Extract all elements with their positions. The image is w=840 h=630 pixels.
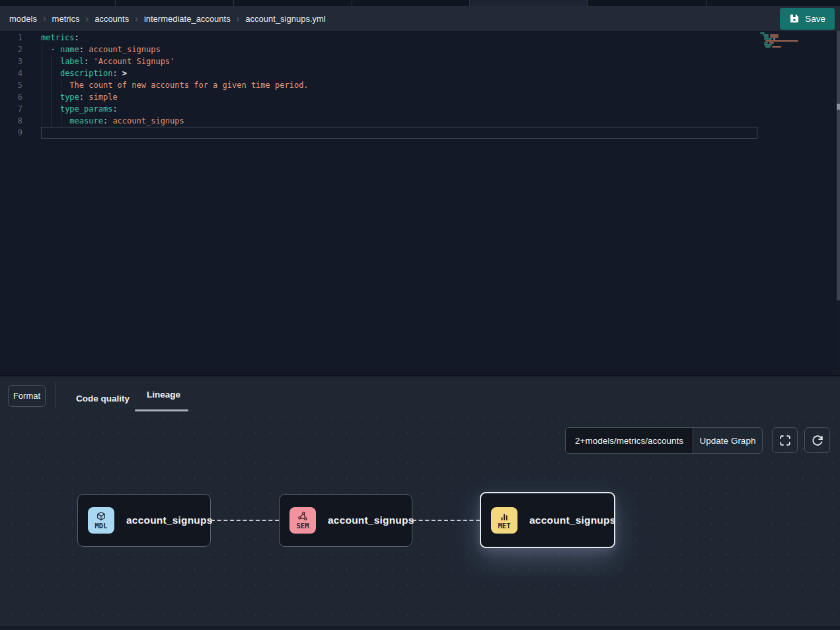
semantic-network-icon [297, 511, 308, 522]
yaml-punct: : [79, 45, 84, 54]
yaml-punct [41, 57, 60, 66]
fullscreen-button[interactable] [772, 427, 798, 453]
minimap-mark [765, 46, 771, 48]
tab-code-quality[interactable]: Code quality [76, 394, 130, 403]
code-line[interactable]: 4 description: > [0, 67, 840, 79]
breadcrumb-item-intermediate-accounts[interactable]: intermediate_accounts [144, 14, 231, 24]
line-number: 9 [0, 127, 29, 139]
code-line[interactable]: 8 measure: account_signups [0, 115, 840, 127]
line-number: 2 [0, 44, 29, 55]
yaml-punct: : [79, 92, 84, 102]
lineage-selector-input[interactable] [566, 428, 693, 453]
yaml-key: label [60, 57, 84, 66]
minimap-mark [773, 38, 775, 40]
yaml-punct: : [75, 33, 79, 42]
window-tab[interactable] [116, 0, 234, 6]
line-number: 5 [0, 79, 29, 91]
tab-lineage[interactable]: Lineage [147, 390, 180, 400]
breadcrumb-item-filename[interactable]: account_signups.yml [245, 14, 325, 24]
breadcrumb-item-models[interactable]: models [9, 14, 37, 24]
model-badge: MDL [88, 507, 114, 534]
semantic-model-badge: SEM [289, 507, 316, 534]
line-number: 7 [0, 103, 29, 115]
node-label: account_signups [126, 514, 212, 526]
minimap-mark [770, 34, 779, 36]
code-line[interactable]: 6 type: simple [0, 91, 840, 103]
semantic-model-badge-label: SEM [297, 522, 309, 530]
window-tab[interactable] [588, 0, 706, 6]
window-tab-active[interactable] [470, 0, 588, 6]
lineage-node-semantic-model[interactable]: SEM account_signups [279, 494, 412, 547]
minimap-mark [760, 32, 765, 34]
save-button[interactable]: Save [780, 8, 835, 30]
minimap[interactable] [760, 32, 801, 55]
minimap-mark [763, 34, 769, 36]
minimap-mark [764, 36, 769, 38]
line-number: 8 [0, 115, 29, 127]
format-button[interactable]: Format [8, 385, 46, 407]
minimap-mark [764, 38, 772, 40]
lineage-node-metric-selected[interactable]: MET account_signups [480, 492, 615, 548]
yaml-punct [41, 92, 60, 102]
minimap-mark [770, 36, 779, 38]
minimap-mark [772, 46, 781, 48]
save-button-label: Save [805, 14, 825, 24]
metric-badge: MET [491, 507, 517, 534]
active-tab-underline [135, 409, 188, 411]
node-label: account_signups [328, 514, 414, 526]
yaml-value: account_signups [84, 45, 161, 54]
breadcrumb-bar: models › metrics › accounts › intermedia… [0, 6, 840, 31]
save-floppy-icon [789, 13, 800, 24]
ide-window: models › metrics › accounts › intermedia… [0, 0, 840, 630]
breadcrumb-item-metrics[interactable]: metrics [52, 14, 80, 24]
minimap-mark [765, 40, 798, 42]
yaml-key: type [60, 92, 79, 102]
model-badge-label: MDL [95, 522, 108, 530]
tabbar-divider [56, 382, 56, 409]
chevron-right-icon: › [135, 14, 138, 23]
code-editor[interactable]: 1 metrics: 2 - name: account_signups 3 l… [0, 31, 840, 375]
window-tab[interactable] [234, 0, 352, 6]
metric-badge-label: MET [498, 522, 511, 530]
lineage-node-model[interactable]: MDL account_signups [77, 494, 211, 547]
yaml-key: metrics [41, 33, 75, 42]
code-line[interactable]: 9 [0, 127, 840, 139]
metric-bars-icon [499, 511, 510, 522]
yaml-key: description [60, 69, 112, 78]
code-line[interactable]: 2 - name: account_signups [0, 44, 840, 55]
window-tab[interactable] [706, 0, 840, 6]
breadcrumb-item-accounts[interactable]: accounts [95, 14, 129, 24]
update-graph-button[interactable]: Update Graph [693, 428, 762, 453]
scrollbar-track[interactable] [837, 31, 840, 300]
lineage-edge [211, 520, 279, 521]
refresh-graph-button[interactable] [804, 427, 830, 453]
yaml-key: type_params [60, 104, 112, 114]
window-tab[interactable] [0, 0, 116, 6]
code-line[interactable]: 5 The count of new accounts for a given … [0, 79, 840, 91]
line-number: 3 [0, 55, 29, 67]
yaml-punct: : [112, 104, 117, 114]
line-number: 1 [0, 32, 29, 44]
chevron-right-icon: › [43, 14, 46, 23]
line-number: 6 [0, 91, 29, 103]
window-tab-strip [0, 0, 840, 6]
code-line[interactable]: 3 label: 'Account Signups' [0, 55, 840, 67]
yaml-string: 'Account Signups' [89, 57, 174, 66]
yaml-block-scalar: > [118, 69, 127, 78]
code-lines: 1 metrics: 2 - name: account_signups 3 l… [0, 32, 840, 139]
yaml-value: simple [84, 92, 118, 102]
yaml-punct: - [41, 45, 60, 54]
chevron-right-icon: › [237, 14, 240, 23]
code-line[interactable]: 7 type_params: [0, 103, 840, 115]
breadcrumb: models › metrics › accounts › intermedia… [9, 14, 326, 24]
lineage-edge [412, 520, 480, 521]
editor-scrollbar[interactable] [837, 31, 840, 375]
window-tab[interactable] [352, 0, 470, 6]
minimap-mark [764, 44, 772, 46]
scrollbar-thumb[interactable] [837, 104, 840, 110]
code-line[interactable]: 1 metrics: [0, 32, 840, 44]
minimap-mark [769, 42, 774, 44]
lineage-selector-group: Update Graph [565, 427, 763, 454]
yaml-punct [41, 104, 60, 114]
refresh-icon [812, 435, 823, 446]
